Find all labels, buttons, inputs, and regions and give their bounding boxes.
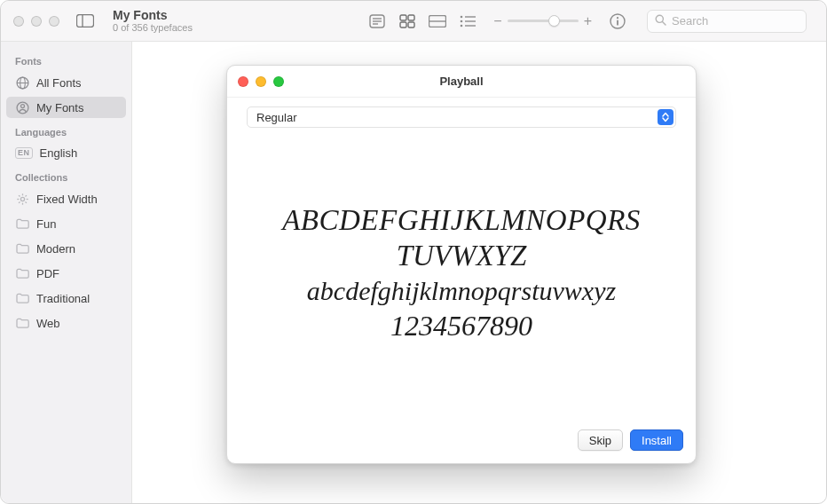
titlebar: My Fonts 0 of 356 typefaces − bbox=[1, 1, 826, 42]
dialog-footer: Skip Install bbox=[227, 429, 696, 463]
sidebar-section-fonts: Fonts bbox=[6, 51, 126, 68]
language-badge-icon: EN bbox=[15, 147, 33, 159]
sidebar-item-english[interactable]: EN English bbox=[6, 143, 126, 163]
svg-rect-8 bbox=[400, 22, 406, 28]
folder-icon bbox=[15, 316, 29, 330]
sidebar-item-traditional[interactable]: Traditional bbox=[6, 287, 126, 309]
dialog-body: Regular ABCDEFGHIJKLMNOPQRS TUVWXYZ abcd… bbox=[227, 98, 696, 429]
dialog-minimize-dot[interactable] bbox=[256, 76, 266, 87]
sidebar-item-fun[interactable]: Fun bbox=[6, 213, 126, 234]
svg-rect-9 bbox=[408, 22, 414, 28]
preview-upper-2: TUVWXYZ bbox=[397, 240, 527, 273]
svg-line-34 bbox=[25, 201, 26, 202]
svg-point-19 bbox=[617, 17, 618, 19]
folder-icon bbox=[15, 266, 29, 280]
font-install-dialog: Playball Regular ABCDEFGHIJKLMNOPQRS TUV… bbox=[226, 65, 697, 464]
sidebar-item-label: All Fonts bbox=[36, 76, 82, 90]
folder-icon bbox=[15, 241, 29, 256]
search-icon bbox=[655, 14, 666, 28]
svg-rect-0 bbox=[77, 15, 94, 28]
zoom-in-icon[interactable]: + bbox=[584, 14, 592, 28]
font-preview: ABCDEFGHIJKLMNOPQRS TUVWXYZ abcdefghijkl… bbox=[247, 128, 676, 419]
folder-icon bbox=[15, 217, 29, 231]
search-input[interactable] bbox=[672, 14, 799, 28]
window-title: My Fonts bbox=[113, 8, 193, 22]
globe-icon bbox=[15, 75, 29, 90]
sidebar-toggle-button[interactable] bbox=[74, 12, 97, 30]
font-style-select[interactable]: Regular bbox=[247, 106, 676, 128]
sidebar-item-my-fonts[interactable]: My Fonts bbox=[6, 97, 126, 118]
preview-upper-1: ABCDEFGHIJKLMNOPQRS bbox=[282, 204, 641, 238]
window-subtitle: 0 of 356 typefaces bbox=[113, 22, 193, 34]
window-minimize-dot[interactable] bbox=[31, 16, 42, 27]
column-view-icon[interactable] bbox=[428, 13, 447, 29]
svg-rect-6 bbox=[400, 15, 406, 20]
svg-rect-7 bbox=[408, 15, 414, 20]
zoom-slider[interactable]: − + bbox=[493, 14, 592, 28]
sidebar-item-label: PDF bbox=[36, 267, 59, 280]
font-book-window: My Fonts 0 of 356 typefaces − bbox=[0, 0, 827, 504]
dialog-titlebar: Playball bbox=[227, 66, 696, 98]
window-zoom-dot[interactable] bbox=[49, 16, 59, 27]
svg-point-27 bbox=[20, 104, 24, 107]
list-view-icon[interactable] bbox=[458, 13, 477, 29]
sidebar-item-pdf[interactable]: PDF bbox=[6, 263, 126, 284]
svg-line-36 bbox=[25, 195, 26, 196]
zoom-track[interactable] bbox=[508, 20, 579, 22]
dialog-traffic-lights bbox=[238, 76, 284, 87]
sidebar-section-collections: Collections bbox=[6, 167, 126, 185]
view-mode-group bbox=[367, 13, 477, 29]
sidebar-item-fixed-width[interactable]: Fixed Width bbox=[6, 188, 126, 209]
sidebar-item-label: Traditional bbox=[36, 292, 90, 305]
zoom-thumb[interactable] bbox=[548, 15, 560, 27]
person-icon bbox=[15, 100, 29, 114]
preview-digits: 1234567890 bbox=[390, 309, 532, 343]
info-icon[interactable] bbox=[608, 13, 627, 29]
sidebar: Fonts All Fonts My Fonts Languages EN En… bbox=[1, 42, 132, 503]
sidebar-item-web[interactable]: Web bbox=[6, 312, 126, 334]
content-area: Playball Regular ABCDEFGHIJKLMNOPQRS TUV… bbox=[132, 42, 826, 503]
svg-point-16 bbox=[461, 24, 463, 27]
zoom-out-icon[interactable]: − bbox=[493, 14, 501, 28]
window-close-dot[interactable] bbox=[13, 16, 24, 27]
svg-line-35 bbox=[19, 201, 20, 202]
search-field[interactable] bbox=[647, 10, 807, 33]
sidebar-item-all-fonts[interactable]: All Fonts bbox=[6, 72, 126, 93]
folder-icon bbox=[15, 291, 29, 305]
sidebar-item-label: Fun bbox=[36, 217, 56, 231]
svg-line-22 bbox=[663, 21, 666, 25]
sidebar-item-label: Web bbox=[36, 317, 60, 330]
sample-view-icon[interactable] bbox=[367, 13, 387, 29]
window-traffic-lights bbox=[1, 16, 68, 27]
svg-point-14 bbox=[461, 20, 463, 22]
dialog-close-dot[interactable] bbox=[238, 76, 248, 87]
svg-line-33 bbox=[19, 195, 20, 196]
sidebar-item-label: English bbox=[40, 146, 78, 160]
install-button[interactable]: Install bbox=[630, 429, 683, 451]
dialog-zoom-dot[interactable] bbox=[273, 76, 284, 87]
svg-point-12 bbox=[461, 15, 463, 18]
grid-view-icon[interactable] bbox=[398, 13, 417, 29]
svg-rect-20 bbox=[617, 20, 618, 25]
toolbar: − + bbox=[367, 10, 826, 33]
skip-button[interactable]: Skip bbox=[578, 429, 623, 451]
font-style-value: Regular bbox=[256, 111, 297, 124]
sidebar-section-languages: Languages bbox=[6, 122, 126, 139]
sidebar-item-label: Modern bbox=[36, 242, 75, 256]
select-stepper-icon[interactable] bbox=[658, 109, 673, 125]
gear-icon bbox=[15, 192, 29, 206]
sidebar-item-modern[interactable]: Modern bbox=[6, 238, 126, 259]
svg-point-28 bbox=[20, 197, 24, 201]
preview-lower: abcdefghijklmnopqrstuvwxyz bbox=[307, 275, 616, 307]
dialog-title: Playball bbox=[439, 75, 483, 88]
title-block: My Fonts 0 of 356 typefaces bbox=[113, 8, 193, 34]
sidebar-item-label: Fixed Width bbox=[36, 193, 98, 206]
sidebar-item-label: My Fonts bbox=[36, 101, 83, 114]
